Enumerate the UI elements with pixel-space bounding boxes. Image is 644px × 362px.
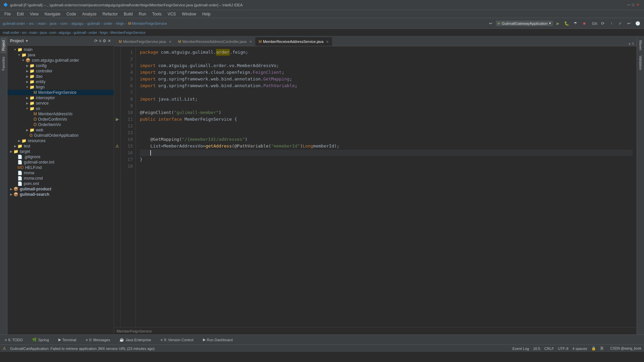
breadcrumb-src[interactable]: src [29, 21, 34, 25]
debug-btn[interactable]: 🐛 [563, 20, 571, 27]
menu-view[interactable]: View [27, 11, 41, 17]
status-position[interactable]: 16:5 [533, 347, 540, 351]
tree-item-service[interactable]: ▶ 📁 service [7, 101, 114, 106]
bottom-tab-messages[interactable]: ≡ 0: Messages [84, 337, 112, 343]
left-tab-project[interactable]: Project [1, 38, 6, 53]
nav-feign[interactable]: feign [100, 31, 108, 35]
breadcrumb-com[interactable]: com [60, 21, 67, 25]
tree-item-interceptor[interactable]: ▶ 📁 interceptor [7, 95, 114, 101]
nav-gulimall[interactable]: gulimall [73, 31, 86, 35]
gutter-line-11[interactable]: ▶ [114, 116, 120, 123]
tree-item-mvnwcmd[interactable]: 📄 mvnw.cmd [7, 176, 114, 181]
code-content[interactable]: package com.atguigu.gulimall.order.feign… [136, 46, 637, 327]
menu-navigate[interactable]: Navigate [42, 11, 63, 17]
tree-item-mvnw[interactable]: 📄 mvnw [7, 170, 114, 176]
menu-build[interactable]: Build [121, 11, 136, 17]
tree-item-resources[interactable]: ▶ 📁 resources [7, 138, 114, 143]
menu-window[interactable]: Window [179, 11, 199, 17]
tree-item-orderconfirmvo[interactable]: O OrderConfirmVo [7, 117, 114, 122]
breadcrumb-gulimall[interactable]: gulimall [87, 21, 100, 25]
run-config-selector[interactable]: ▶ GulimallGatewayApplication ▾ [496, 20, 553, 26]
right-tab-maven[interactable]: Maven [638, 38, 643, 53]
tree-item-target[interactable]: ▶ 📁 target [7, 149, 114, 154]
project-collapse-btn[interactable]: ≡ [99, 39, 101, 43]
tree-item-gulimallsearch[interactable]: ▶ 📦 gulimall-search [7, 192, 114, 197]
status-indent[interactable]: 4 spaces [573, 347, 587, 351]
tree-item-helpmd[interactable]: MD HELP.md [7, 165, 114, 170]
tree-item-controller[interactable]: ▶ 📁 controller [7, 68, 114, 74]
tree-item-vo[interactable]: ▼ 📁 vo [7, 106, 114, 111]
menu-vcs[interactable]: VCS [165, 11, 179, 17]
editor-tab-3[interactable]: M MemberReceiveAddressService.java ✕ [255, 37, 332, 46]
tree-item-package[interactable]: ▼ 📦 com.atguigu.gulimall.order [7, 58, 114, 63]
bottom-tab-version-control[interactable]: ≡ 9: Version Control [159, 337, 196, 343]
nav-memberfeign[interactable]: MemberFeignService [110, 31, 146, 35]
git-update-btn[interactable]: ⟳ [599, 20, 606, 27]
breadcrumb-memberfeign[interactable]: MemberFeignService [132, 21, 167, 25]
nav-main[interactable]: main [30, 31, 38, 35]
tree-item-feign[interactable]: ▼ 📁 feign [7, 84, 114, 90]
tree-item-test[interactable]: ▶ 📁 test [7, 143, 114, 149]
bottom-tab-todo[interactable]: ≡ 6: TODO [3, 337, 25, 343]
status-encoding[interactable]: UTF-8 [558, 347, 568, 351]
git-history-btn[interactable]: 🕐 [634, 20, 641, 27]
status-lang[interactable]: 英 [600, 346, 604, 351]
right-tab-validation[interactable]: Validation [638, 53, 643, 73]
tab-close-3[interactable]: ✕ [326, 40, 329, 44]
breadcrumb-java[interactable]: java [50, 21, 56, 25]
nav-com[interactable]: com [49, 31, 56, 35]
git-revert-btn[interactable]: ↩ [625, 20, 633, 27]
run-btn[interactable]: ▶ [554, 20, 562, 27]
breadcrumb-atguigu[interactable]: atguigu [71, 21, 83, 25]
tree-item-java[interactable]: ▼ 📁 java [7, 52, 114, 58]
win-close[interactable]: ✕ [636, 3, 639, 7]
project-settings-btn[interactable]: ⚙ [103, 39, 106, 43]
tree-item-memberaddressvo[interactable]: M MemberAddressVo [7, 111, 114, 117]
bottom-tab-spring[interactable]: 🌿 Spring [30, 337, 51, 343]
toolbar-back-btn[interactable]: ↩ [487, 20, 494, 27]
stop-btn[interactable]: ■ [581, 20, 588, 27]
win-minimize[interactable]: ─ [628, 3, 630, 7]
menu-analyze[interactable]: Analyze [79, 11, 99, 17]
project-close-btn[interactable]: ✕ [108, 39, 111, 43]
menu-edit[interactable]: Edit [14, 11, 26, 17]
nav-atguigu[interactable]: atguigu [59, 31, 71, 35]
editor-tab-2[interactable]: M MemberReceiveAddressController.java ✕ [175, 37, 255, 46]
breadcrumb-order[interactable]: order [104, 21, 112, 25]
tree-item-iml[interactable]: 📄 gulimall-order.iml [7, 160, 114, 165]
tree-item-orderitemvo[interactable]: O OrderItemVo [7, 122, 114, 127]
tab-close-2[interactable]: ✕ [249, 40, 252, 44]
menu-file[interactable]: File [2, 11, 13, 17]
git-commit-btn[interactable]: ✓ [616, 20, 624, 27]
bottom-tab-run-dashboard[interactable]: ▶ Run Dashboard [201, 337, 235, 343]
breadcrumb-module[interactable]: gulimall-order [3, 21, 25, 25]
tree-item-entity[interactable]: ▶ 📁 entity [7, 79, 114, 84]
bottom-tab-java-enterprise[interactable]: ☕ Java Enterprise [117, 337, 153, 343]
breadcrumb-main[interactable]: main [38, 21, 46, 25]
breadcrumb-feign[interactable]: feign [116, 21, 124, 25]
tree-item-dao[interactable]: ▶ 📁 dao [7, 74, 114, 79]
nav-src[interactable]: src [22, 31, 27, 35]
tree-item-gulimallorder[interactable]: G GulimallOrderApplication [7, 133, 114, 138]
menu-help[interactable]: Help [200, 11, 213, 17]
menu-run[interactable]: Run [136, 11, 149, 17]
win-maximize[interactable]: □ [632, 3, 634, 7]
git-push-btn[interactable]: ↑ [608, 20, 615, 27]
project-sync-btn[interactable]: ⟳ [94, 39, 98, 43]
tree-item-main[interactable]: ▼ 📁 main [7, 47, 114, 52]
nav-order[interactable]: order [89, 31, 97, 35]
status-crlf[interactable]: CRLF [544, 347, 554, 351]
menu-code[interactable]: Code [64, 11, 79, 17]
tree-item-config[interactable]: ▶ 📁 config [7, 63, 114, 68]
tree-item-gitignore[interactable]: 📄 .gitignore [7, 154, 114, 160]
tree-item-pomxml[interactable]: 📄 pom.xml [7, 181, 114, 186]
tree-item-web[interactable]: ▶ 📁 web [7, 127, 114, 133]
tree-item-memberfeign[interactable]: M MemberFeignService [7, 90, 114, 95]
nav-java[interactable]: java [40, 31, 47, 35]
menu-refactor[interactable]: Refactor [100, 11, 120, 17]
bottom-tab-terminal[interactable]: ▶ Terminal [56, 337, 78, 343]
gutter-line-15[interactable]: ⚠ [114, 143, 120, 149]
left-tab-favorites[interactable]: Favorites [1, 54, 6, 73]
nav-mall-order[interactable]: mall-order [3, 31, 19, 35]
editor-tab-1[interactable]: M MemberFeignService.java ✕ [115, 37, 175, 46]
